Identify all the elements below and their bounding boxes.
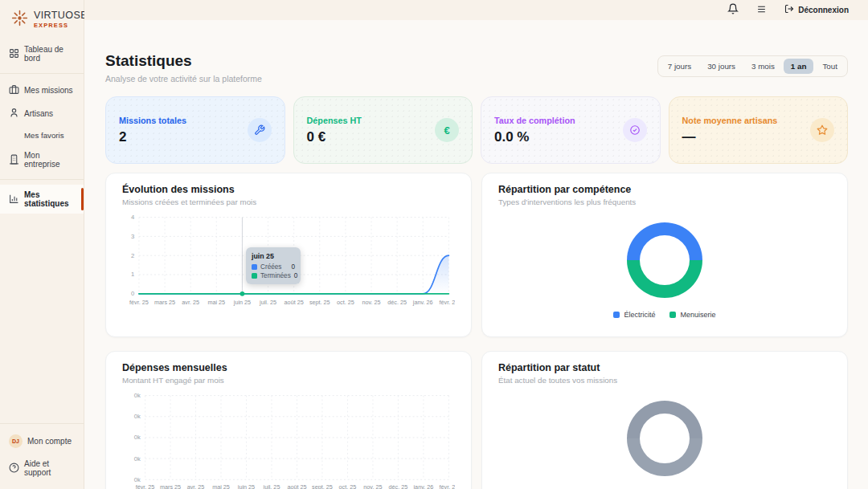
sidebar-divider — [0, 73, 84, 74]
notifications-button[interactable] — [727, 3, 739, 17]
sidebar-item-label: Artisans — [24, 109, 53, 118]
svg-text:2: 2 — [131, 252, 134, 259]
tooltip-row: Terminées 0 — [252, 272, 295, 279]
svg-text:janv. 26: janv. 26 — [413, 483, 434, 489]
svg-text:mars 25: mars 25 — [154, 299, 175, 306]
brand-name: VIRTUOSE — [34, 10, 88, 21]
competence-donut-chart[interactable] — [627, 222, 702, 298]
svg-text:0: 0 — [131, 290, 134, 297]
sidebar-item-label: Mon entreprise — [24, 151, 77, 169]
sidebar-item-label: Mes favoris — [24, 131, 64, 140]
tooltip-title: juin 25 — [252, 252, 295, 260]
legend-item[interactable]: Menuiserie — [669, 311, 715, 319]
missions-evolution-card: Évolution des missions Missions créées e… — [105, 173, 472, 337]
stat-label: Missions totales — [119, 116, 186, 125]
filter-3-mois[interactable]: 3 mois — [744, 59, 782, 74]
filter-30-jours[interactable]: 30 jours — [700, 59, 743, 74]
sidebar-item-entreprise[interactable]: Mon entreprise — [0, 145, 84, 174]
brand-logo-icon — [10, 8, 30, 31]
svg-text:sept. 25: sept. 25 — [312, 483, 333, 489]
depenses-mensuelles-chart[interactable]: 0k0k0k0k0kfévr. 25mars 25avr. 25mai 25ju… — [122, 389, 455, 489]
svg-text:sept. 25: sept. 25 — [309, 299, 330, 306]
svg-text:déc. 25: déc. 25 — [389, 483, 408, 489]
dashboard-grid-icon — [9, 48, 19, 60]
chart-subtitle: Types d'interventions les plus fréquents — [498, 198, 831, 206]
sidebar-item-missions[interactable]: Mes missions — [0, 79, 84, 102]
chart-title: Dépenses mensuelles — [122, 362, 455, 373]
brand-subtitle: EXPRESS — [34, 22, 88, 29]
chart-subtitle: Montant HT engagé par mois — [122, 376, 455, 385]
chart-title: Évolution des missions — [122, 184, 455, 195]
sidebar-item-support[interactable]: Aide et support — [0, 454, 84, 483]
svg-text:1: 1 — [131, 271, 134, 278]
svg-text:0k: 0k — [134, 476, 141, 483]
stat-label: Note moyenne artisans — [682, 116, 778, 125]
filter-1-an[interactable]: 1 an — [784, 59, 814, 74]
page-content: Statistiques Analyse de votre activité s… — [84, 20, 868, 489]
chart-legend: Électricité Menuiserie — [498, 311, 831, 319]
svg-text:oct. 25: oct. 25 — [339, 483, 357, 489]
sidebar: VIRTUOSE EXPRESS Tableau de bord Mes mis… — [0, 0, 84, 489]
menu-button[interactable] — [756, 4, 767, 17]
svg-text:juil. 25: juil. 25 — [259, 299, 276, 306]
stat-value: 0.0 % — [494, 129, 575, 145]
logout-icon — [784, 4, 794, 16]
building-icon — [9, 154, 19, 166]
sidebar-item-statistiques[interactable]: Mes statistiques — [0, 185, 84, 214]
sidebar-footer: DJ Mon compte Aide et support — [0, 423, 84, 489]
filter-tout[interactable]: Tout — [815, 59, 845, 74]
svg-text:mai 25: mai 25 — [212, 483, 230, 489]
svg-text:juil. 25: juil. 25 — [263, 483, 280, 489]
svg-text:juin 25: juin 25 — [237, 483, 255, 489]
svg-text:janv. 26: janv. 26 — [412, 299, 433, 306]
topbar: Déconnexion — [84, 0, 868, 20]
sidebar-item-dashboard[interactable]: Tableau de bord — [0, 39, 84, 68]
sidebar-item-label: Mes missions — [24, 86, 73, 95]
svg-text:0k: 0k — [134, 413, 141, 420]
sidebar-item-account[interactable]: DJ Mon compte — [0, 429, 84, 454]
bar-chart-icon — [9, 194, 19, 206]
sidebar-item-artisans[interactable]: Artisans — [0, 102, 84, 125]
sidebar-item-label: Tableau de bord — [24, 45, 77, 63]
page-header: Statistiques Analyse de votre activité s… — [105, 52, 848, 84]
stat-value: 2 — [119, 129, 186, 145]
chart-tooltip: juin 25 Créées 0 Terminées 0 — [246, 247, 301, 284]
svg-text:0k: 0k — [134, 434, 141, 441]
series-color-swatch — [252, 264, 257, 270]
svg-text:avr. 25: avr. 25 — [182, 299, 199, 306]
filter-7-jours[interactable]: 7 jours — [661, 59, 698, 74]
svg-text:nov. 25: nov. 25 — [363, 483, 382, 489]
euro-icon: € — [435, 118, 459, 142]
svg-text:juin 25: juin 25 — [233, 299, 251, 306]
legend-item[interactable]: Électricité — [613, 311, 655, 319]
svg-text:févr. 25: févr. 25 — [136, 483, 155, 489]
series-color-swatch — [252, 273, 257, 279]
svg-text:févr. 26: févr. 26 — [440, 299, 455, 306]
briefcase-icon — [9, 84, 19, 96]
time-range-filter: 7 jours 30 jours 3 mois 1 an Tout — [657, 55, 848, 77]
stat-card-note-moyenne: Note moyenne artisans — — [669, 96, 849, 164]
repartition-statut-card: Répartition par statut État actuel de to… — [481, 351, 848, 489]
page-title: Statistiques — [105, 52, 262, 70]
stat-value: — — [682, 129, 778, 145]
logout-label: Déconnexion — [798, 6, 849, 14]
logout-button[interactable]: Déconnexion — [784, 4, 849, 16]
svg-text:août 25: août 25 — [285, 299, 304, 306]
svg-text:0k: 0k — [134, 455, 141, 463]
worker-icon — [9, 108, 19, 120]
chart-subtitle: État actuel de toutes vos missions — [498, 376, 831, 385]
charts-grid: Évolution des missions Missions créées e… — [105, 173, 848, 489]
tooltip-row: Créées 0 — [252, 263, 295, 271]
legend-color-swatch — [613, 312, 620, 318]
sidebar-item-favoris[interactable]: Mes favoris — [0, 125, 84, 145]
svg-text:mai 25: mai 25 — [207, 299, 225, 306]
brand: VIRTUOSE EXPRESS — [0, 0, 84, 39]
svg-text:nov. 25: nov. 25 — [362, 299, 380, 306]
page-subtitle: Analyse de votre activité sur la platefo… — [105, 74, 262, 84]
sidebar-item-label: Mon compte — [27, 437, 72, 446]
depenses-mensuelles-card: Dépenses mensuelles Montant HT engagé pa… — [105, 351, 472, 489]
status-donut-chart[interactable] — [627, 401, 702, 476]
sidebar-item-label: Aide et support — [24, 459, 77, 477]
svg-text:août 25: août 25 — [287, 483, 306, 489]
svg-text:avr. 25: avr. 25 — [187, 483, 205, 489]
